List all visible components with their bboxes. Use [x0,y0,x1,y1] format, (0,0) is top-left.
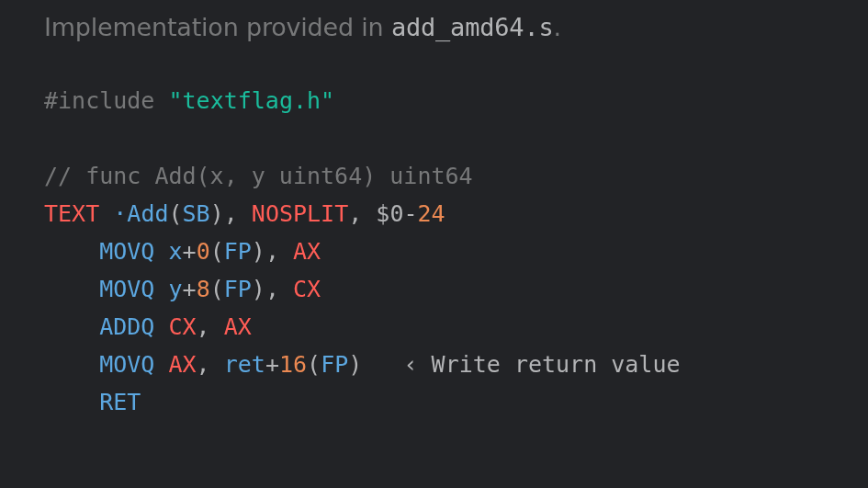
cx-register: CX [293,276,321,302]
ax-register: AX [169,351,197,378]
rparen: ) [252,276,265,302]
comma: , [197,351,210,378]
plus: + [265,351,279,378]
comma: , [265,238,279,265]
sb-register: SB [183,200,210,227]
cx-register: CX [169,313,197,340]
comma: , [224,200,238,227]
include-header: "textflag.h" [168,87,334,114]
comma: , [265,276,279,302]
heading-suffix: . [554,13,561,41]
movq-op: MOVQ [99,238,154,265]
arg-y: y [169,276,183,302]
lparen: ( [307,351,321,378]
movq-op: MOVQ [99,276,154,302]
plus: + [183,276,197,302]
fp-register: FP [224,276,252,302]
slide: Implementation provided in add_amd64.s. … [0,0,868,421]
rparen: ) [210,200,224,227]
movq-op: MOVQ [99,351,154,378]
offset-8: 8 [197,276,210,302]
symbol-name: ·Add [113,200,168,227]
ret-op: RET [99,389,141,415]
annotation-marker: ‹ [403,351,417,378]
arg-ret: ret [224,351,265,378]
include-directive: #include [44,87,154,114]
frame-dash: - [403,200,417,227]
offset-0: 0 [197,238,210,265]
nosplit-flag: NOSPLIT [252,200,348,227]
ax-register: AX [224,313,252,340]
signature-comment: // func Add(x, y uint64) uint64 [44,163,473,189]
frame-dollar-zero: $0 [376,200,403,227]
text-keyword: TEXT [44,200,99,227]
fp-register: FP [224,238,252,265]
lparen: ( [169,200,183,227]
lparen: ( [210,276,224,302]
heading-prefix: Implementation provided in [44,13,391,41]
fp-register: FP [321,351,348,378]
annotation-text: Write return value [432,351,681,378]
code-block: #include "textflag.h" // func Add(x, y u… [44,82,831,421]
heading: Implementation provided in add_amd64.s. [44,13,831,41]
lparen: ( [210,238,224,265]
frame-argsize: 24 [418,200,445,227]
ax-register: AX [293,238,321,265]
comma: , [197,313,210,340]
rparen: ) [348,351,362,378]
arg-x: x [169,238,183,265]
addq-op: ADDQ [99,313,154,340]
rparen: ) [252,238,265,265]
heading-filename: add_amd64.s [391,13,554,41]
comma: , [348,200,362,227]
offset-16: 16 [279,351,307,378]
plus: + [183,238,197,265]
